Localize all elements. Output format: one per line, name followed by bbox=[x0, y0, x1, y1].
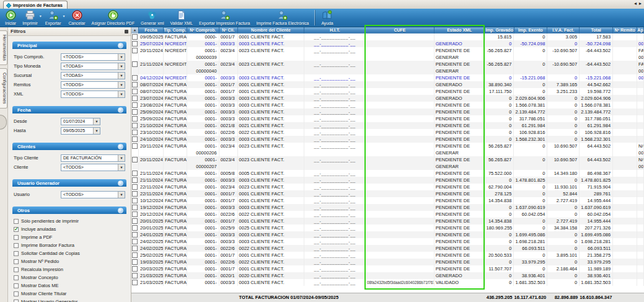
checkbox-icon[interactable] bbox=[14, 300, 19, 302]
toolbar-button-cancel[interactable]: Cancelar bbox=[65, 9, 88, 25]
row-checkbox[interactable] bbox=[132, 48, 138, 53]
table-row[interactable]: 19/12/2024FACTURA0001-000002130003/30003… bbox=[131, 204, 644, 211]
table-row[interactable]: 20/11/2024FACTURA0001-000002070023/40023… bbox=[131, 156, 644, 170]
table-row[interactable]: 20/03/2025FACTURA0001-000002220001/70001… bbox=[131, 265, 644, 272]
column-header-estado[interactable]: Estado XML bbox=[434, 27, 485, 33]
filter-checkbox-imprime-borrador-factura[interactable]: Imprime Borrador Factura bbox=[14, 241, 125, 249]
row-checkbox[interactable] bbox=[132, 252, 138, 258]
column-header-cliente[interactable]: Nombre del Cliente bbox=[238, 27, 305, 33]
table-row[interactable]: 23/08/2024FACTURA0001-000002000003/30003… bbox=[131, 102, 644, 109]
usuario-select[interactable]: <TODOS>▼ bbox=[61, 191, 125, 198]
side-tab-configuraciones[interactable]: Configuraciones bbox=[0, 68, 7, 109]
chevron-down-icon[interactable]: ▼ bbox=[118, 155, 125, 161]
row-checkbox[interactable] bbox=[132, 41, 138, 47]
filter-checkbox-mostrar-concepto[interactable]: Mostrar Concepto bbox=[14, 273, 125, 282]
table-row[interactable]: 25/07/2024N/CREDITO0001-000000380003/300… bbox=[131, 40, 644, 47]
row-checkbox[interactable] bbox=[132, 198, 138, 203]
row-checkbox[interactable] bbox=[132, 171, 138, 176]
group-toggle-icon[interactable] bbox=[118, 43, 123, 48]
table-row[interactable]: 20/11/2024N/CREDITO0001-000000390023/400… bbox=[131, 47, 644, 61]
row-checkbox[interactable] bbox=[132, 273, 138, 278]
filter-checkbox-mostrar-usuario-generador[interactable]: Mostrar Usuario Generador bbox=[14, 298, 125, 302]
table-row[interactable]: 24/02/2025FACTURA0001-000002180003/30003… bbox=[131, 238, 644, 245]
toolbar-button-play[interactable]: Iniciar bbox=[2, 9, 19, 25]
table-row[interactable]: 21/11/2024N/CREDITO0001-000000400023/400… bbox=[131, 61, 644, 74]
chevron-down-icon[interactable]: ▼ bbox=[118, 192, 125, 198]
table-row[interactable]: 24/10/2024FACTURA0001-000002050003/30003… bbox=[131, 136, 644, 143]
table-row[interactable]: 09/05/2025FACTURA0000-000000010001/70001… bbox=[131, 33, 644, 40]
row-checkbox[interactable] bbox=[132, 102, 138, 108]
table-row[interactable]: 23/10/2024FACTURA0001-000002040022/60022… bbox=[131, 129, 644, 136]
filter-checkbox-mostrar-datos-me[interactable]: Mostrar Datos ME bbox=[14, 282, 125, 290]
column-header-cliente_nro[interactable]: Nº Cli. bbox=[219, 27, 238, 33]
row-checkbox[interactable] bbox=[132, 136, 138, 142]
toolbar-button-export-user[interactable]: Exportar bbox=[42, 9, 64, 25]
row-checkbox[interactable] bbox=[132, 177, 138, 183]
table-row[interactable]: 20/12/2024FACTURA0001-000002140022/60022… bbox=[131, 211, 644, 218]
column-header-comprobante[interactable]: Nº Comprob. bbox=[187, 27, 219, 33]
column-header-tipo[interactable]: Tip. Comp. bbox=[164, 27, 187, 33]
table-row[interactable]: 21/11/2024FACTURA0001-000002080005/80005… bbox=[131, 170, 644, 177]
select-all-header-icon[interactable]: ▲ bbox=[131, 27, 139, 33]
remitos-select[interactable]: <TODOS>▼ bbox=[61, 81, 125, 89]
filter-checkbox-sólo-pendientes-de-imprimir[interactable]: Sólo pendientes de imprimir bbox=[14, 217, 125, 225]
row-checkbox[interactable] bbox=[132, 116, 138, 122]
row-checkbox[interactable] bbox=[132, 184, 138, 190]
tipo-comprob--select[interactable]: <TODOS>▼ bbox=[61, 53, 125, 61]
row-checkbox[interactable] bbox=[132, 225, 138, 231]
table-row[interactable]: 20/11/2024FACTURA0001-000002060023/40023… bbox=[131, 143, 644, 156]
chevron-down-icon[interactable]: ▼ bbox=[118, 63, 125, 69]
checkbox-icon[interactable] bbox=[14, 291, 19, 296]
row-checkbox[interactable] bbox=[132, 211, 138, 217]
table-row[interactable]: 25/09/2024FACTURA0001-000002020003/30003… bbox=[131, 115, 644, 122]
filter-checkbox-solicitar-cantidad-de-copias[interactable]: Solicitar Cantidad de Copias bbox=[14, 249, 125, 257]
column-header-gravado[interactable]: Imp. Gravado bbox=[485, 27, 514, 33]
row-checkbox[interactable] bbox=[132, 246, 138, 251]
filter-group-header[interactable]: Fecha bbox=[12, 106, 126, 113]
chevron-down-icon[interactable]: ▼ bbox=[93, 128, 100, 134]
checkbox-icon[interactable] bbox=[14, 259, 19, 264]
table-row[interactable]: 21/03/2025FACTURA0001-000002240003/30003… bbox=[131, 279, 644, 286]
row-checkbox[interactable] bbox=[132, 280, 138, 285]
group-toggle-icon[interactable] bbox=[118, 107, 123, 113]
row-checkbox[interactable] bbox=[132, 95, 138, 101]
table-row[interactable]: 08/07/2024FACTURA0001-000001980001/70001… bbox=[131, 88, 644, 95]
panel-collapse-handle[interactable] bbox=[0, 115, 7, 130]
filter-group-header[interactable]: Usuario Generador bbox=[12, 179, 126, 187]
table-row[interactable]: 04/12/2024N/CREDITO0001-000000410003/300… bbox=[131, 74, 644, 81]
column-header-ap[interactable]: Ap bbox=[637, 27, 644, 33]
toolbar-button-assign-pdf[interactable]: Asignar Directorio PDF bbox=[89, 9, 138, 25]
row-checkbox[interactable] bbox=[132, 75, 138, 81]
row-checkbox[interactable] bbox=[132, 61, 138, 67]
tipo-moneda-select[interactable]: <TODAS>▼ bbox=[61, 63, 125, 70]
table-row[interactable]: 08/07/2024FACTURA0001-000001970001/70001… bbox=[131, 81, 644, 88]
xml-select[interactable]: <TODOS>▼ bbox=[61, 91, 125, 98]
checkbox-icon[interactable] bbox=[14, 275, 19, 280]
filter-checkbox-mostrar-n-pedido[interactable]: Mostrar Nº Pedido bbox=[14, 257, 125, 265]
group-toggle-icon[interactable] bbox=[118, 180, 123, 186]
row-checkbox[interactable] bbox=[132, 34, 138, 40]
dropdown-caret-icon[interactable]: ▾ bbox=[63, 14, 64, 18]
table-row[interactable]: 19/03/2025FACTURA0001-000002210022/60022… bbox=[131, 259, 644, 265]
chevron-down-icon[interactable]: ▼ bbox=[118, 91, 125, 97]
group-toggle-icon[interactable] bbox=[118, 208, 123, 213]
hasta-select[interactable]: 09/05/2025▼ bbox=[61, 127, 100, 135]
cliente-select[interactable]: <TODOS>▼ bbox=[61, 164, 125, 171]
toolbar-button-generate-xml[interactable]: Generar xml bbox=[138, 9, 167, 25]
table-row[interactable]: 22/11/2024FACTURA0001-000002110001/70001… bbox=[131, 190, 644, 197]
nav-prev-icon[interactable]: ◂ bbox=[634, 1, 637, 6]
checkbox-icon[interactable] bbox=[14, 219, 19, 224]
row-checkbox[interactable] bbox=[132, 157, 138, 162]
desde-select[interactable]: 01/07/2024▼ bbox=[61, 118, 100, 125]
filter-checkbox-mostrar-cliente-titular[interactable]: Mostrar Cliente Titular bbox=[14, 290, 125, 298]
toolbar-button-export-invoice[interactable]: Exportar Impresion Factura bbox=[196, 9, 253, 25]
row-checkbox[interactable] bbox=[132, 143, 138, 149]
checkbox-icon[interactable] bbox=[14, 251, 19, 256]
filter-checkbox-recalcula-impresión[interactable]: Recalcula Impresión bbox=[14, 265, 125, 273]
row-checkbox[interactable] bbox=[132, 266, 138, 272]
filter-checkbox-imprime-a-pdf[interactable]: Imprime a PDF bbox=[14, 233, 125, 241]
table-row[interactable]: 10/12/2024FACTURA0001-000002120001/70001… bbox=[131, 197, 644, 204]
row-checkbox[interactable] bbox=[132, 82, 138, 87]
window-tab[interactable]: Impresión de Facturas bbox=[3, 1, 68, 9]
checkbox-icon[interactable] bbox=[14, 283, 19, 288]
